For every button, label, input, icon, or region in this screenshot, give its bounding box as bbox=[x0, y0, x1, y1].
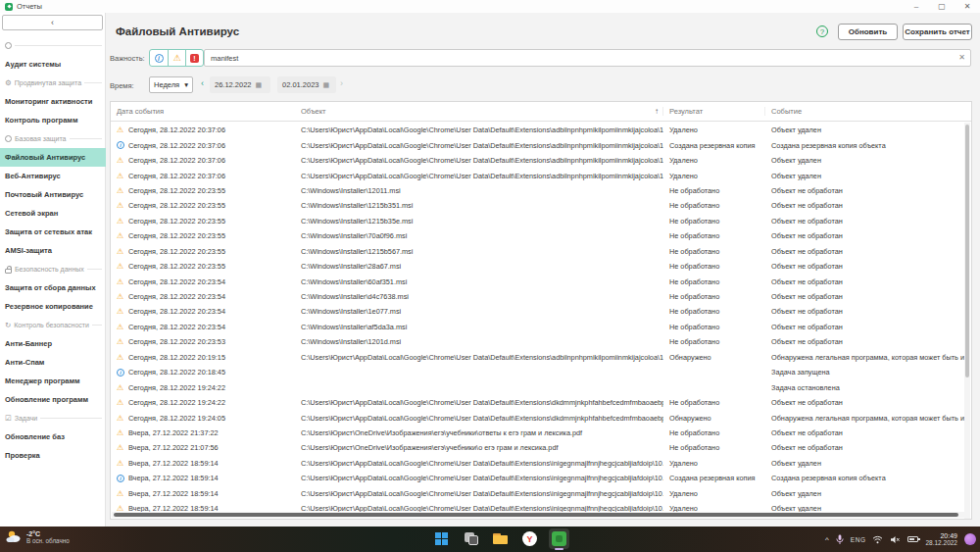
tray-expand-chevron-icon[interactable]: ^ bbox=[825, 535, 829, 544]
importance-filter-group: i ⚠ ! bbox=[149, 49, 204, 67]
weather-temp: -2°C bbox=[26, 530, 70, 537]
table-row[interactable]: ⚠Сегодня, 28.12.2022 20:37:06C:\Users\Юр… bbox=[111, 168, 967, 182]
table-row[interactable]: ⚠Сегодня, 28.12.2022 20:23:54C:\Windows\… bbox=[111, 289, 967, 304]
table-row[interactable]: ⚠Сегодня, 28.12.2022 20:23:55C:\Windows\… bbox=[111, 183, 967, 198]
table-row[interactable]: ⚠Сегодня, 28.12.2022 20:37:06C:\Users\Юр… bbox=[111, 153, 967, 168]
section-label: Продвинутая защита bbox=[15, 79, 81, 86]
sidebar-item-app-control[interactable]: Контроль программ bbox=[0, 111, 106, 129]
vertical-scrollbar[interactable] bbox=[964, 123, 970, 520]
table-row[interactable]: ⚠Сегодня, 28.12.2022 20:23:54C:\Windows\… bbox=[111, 274, 967, 288]
kaspersky-app-button[interactable] bbox=[549, 528, 569, 549]
table-row[interactable]: ⚠Сегодня, 28.12.2022 20:23:54C:\Windows\… bbox=[111, 320, 967, 334]
task-view-button[interactable] bbox=[461, 528, 481, 549]
table-row[interactable]: ⚠Сегодня, 28.12.2022 19:24:22C:\Users\Юр… bbox=[111, 395, 967, 410]
importance-warning-toggle[interactable]: ⚠ bbox=[168, 50, 185, 66]
date-from-field[interactable]: 26.12.2022 ▦ bbox=[210, 76, 270, 93]
table-row[interactable]: ⚠Сегодня, 28.12.2022 20:23:53C:\Windows\… bbox=[111, 334, 967, 349]
vertical-scrollbar-thumb[interactable] bbox=[965, 125, 969, 377]
table-row[interactable]: ⚠Сегодня, 28.12.2022 19:24:22Задача оста… bbox=[111, 379, 967, 394]
sidebar-item-system-audit[interactable]: Аудит системы bbox=[0, 55, 106, 74]
sidebar-item-mail-antivirus[interactable]: Почтовый Антивирус bbox=[0, 185, 106, 204]
sidebar-item-web-antivirus[interactable]: Веб-Антивирус bbox=[0, 167, 106, 185]
event-result: Не обработано bbox=[663, 262, 765, 271]
windows-start-button[interactable] bbox=[431, 528, 452, 549]
table-row[interactable]: ⚠Сегодня, 28.12.2022 20:19:15C:\Users\Юр… bbox=[111, 350, 967, 365]
table-row[interactable]: ⚠Вчера, 27.12.2022 18:59:14C:\Users\Юрис… bbox=[111, 456, 967, 471]
event-date: Сегодня, 28.12.2022 20:23:55 bbox=[128, 262, 301, 271]
table-row[interactable]: ⚠Сегодня, 28.12.2022 20:23:55C:\Windows\… bbox=[111, 198, 967, 213]
clear-search-icon[interactable]: ✕ bbox=[958, 53, 965, 62]
info-icon: i bbox=[111, 475, 128, 482]
table-row[interactable]: ⚠Сегодня, 28.12.2022 20:23:55C:\Windows\… bbox=[111, 214, 967, 228]
table-row[interactable]: iВчера, 27.12.2022 18:59:14C:\Users\Юрис… bbox=[111, 471, 967, 485]
column-header-event[interactable]: Событие bbox=[765, 107, 971, 116]
close-button[interactable]: ✕ bbox=[955, 0, 980, 13]
taskbar-clock[interactable]: 20:49 28.12.2022 bbox=[925, 532, 957, 546]
yandex-browser-button[interactable]: Y bbox=[519, 528, 540, 549]
weather-widget[interactable]: -2°C В осн. облачно bbox=[6, 529, 70, 544]
importance-critical-toggle[interactable]: ! bbox=[185, 50, 203, 66]
event-object: C:\Windows\Installer\1215b351.msi bbox=[301, 201, 663, 210]
table-row[interactable]: iСегодня, 28.12.2022 20:18:45Задача запу… bbox=[111, 365, 967, 379]
sidebar-item-label: Анти-Баннер bbox=[5, 339, 52, 348]
table-row[interactable]: iСегодня, 28.12.2022 20:37:06C:\Users\Юр… bbox=[111, 137, 967, 152]
column-header-date[interactable]: Дата события bbox=[111, 107, 301, 116]
microphone-icon[interactable] bbox=[836, 534, 844, 545]
importance-info-toggle[interactable]: i bbox=[150, 50, 168, 66]
search-input[interactable] bbox=[205, 50, 970, 66]
table-row[interactable]: ⚠Сегодня, 28.12.2022 20:23:54C:\Windows\… bbox=[111, 304, 967, 319]
next-period-arrow[interactable]: › bbox=[340, 78, 343, 88]
event-description: Задача остановлена bbox=[765, 383, 967, 392]
sidebar-item-app-updater[interactable]: Обновление программ bbox=[0, 390, 106, 409]
event-date: Сегодня, 28.12.2022 20:23:55 bbox=[128, 186, 301, 195]
sidebar-item-amsi-protection[interactable]: AMSI-защита bbox=[0, 241, 106, 260]
calendar-icon: ▦ bbox=[256, 81, 263, 89]
column-header-object[interactable]: Объект ↑ bbox=[301, 107, 663, 116]
file-explorer-button[interactable] bbox=[490, 528, 511, 549]
battery-icon[interactable] bbox=[907, 536, 918, 542]
sidebar-item-db-update[interactable]: Обновление баз bbox=[0, 427, 106, 446]
table-row[interactable]: ⚠Сегодня, 28.12.2022 20:37:06C:\Users\Юр… bbox=[111, 123, 967, 137]
sidebar-item-app-manager[interactable]: Менеджер программ bbox=[0, 372, 106, 390]
horizontal-scrollbar-thumb[interactable] bbox=[114, 513, 958, 517]
event-object: C:\Users\Юрист\AppData\Local\Google\Chro… bbox=[301, 398, 663, 407]
sidebar-item-scan[interactable]: Проверка bbox=[0, 446, 106, 465]
table-row[interactable]: ⚠Сегодня, 28.12.2022 20:23:55C:\Windows\… bbox=[111, 259, 967, 274]
table-row[interactable]: ⚠Сегодня, 28.12.2022 19:24:05C:\Users\Юр… bbox=[111, 410, 967, 425]
event-date: Сегодня, 28.12.2022 20:23:55 bbox=[128, 201, 301, 210]
sidebar-item-file-antivirus[interactable]: Файловый Антивирус bbox=[0, 148, 106, 167]
sidebar-item-network-attack-protection[interactable]: Защита от сетевых атак bbox=[0, 223, 106, 241]
table-row[interactable]: ⚠Вчера, 27.12.2022 21:37:22C:\Users\Юрис… bbox=[111, 426, 967, 440]
table-row[interactable]: ⚠Сегодня, 28.12.2022 20:23:55C:\Windows\… bbox=[111, 244, 967, 259]
language-indicator[interactable]: ENG bbox=[851, 536, 866, 543]
save-report-button[interactable]: Сохранить отчет bbox=[903, 24, 972, 40]
notification-badge[interactable] bbox=[964, 533, 976, 545]
prev-period-arrow[interactable]: ‹ bbox=[201, 78, 204, 88]
horizontal-scrollbar[interactable] bbox=[112, 512, 966, 518]
sidebar-item-anti-spam[interactable]: Анти-Спам bbox=[0, 353, 106, 372]
wifi-icon[interactable] bbox=[872, 535, 883, 544]
back-button[interactable]: ‹ bbox=[2, 15, 103, 30]
table-row[interactable]: ⚠Вчера, 27.12.2022 21:07:56C:\Users\Юрис… bbox=[111, 440, 967, 455]
sidebar-item-activity-monitoring[interactable]: Мониторинг активности bbox=[0, 92, 106, 111]
event-object: C:\Users\Юрист\AppData\Local\Google\Chro… bbox=[301, 141, 663, 150]
maximize-button[interactable]: ▢ bbox=[929, 0, 955, 13]
sidebar-item-firewall[interactable]: Сетевой экран bbox=[0, 204, 106, 223]
speaker-icon[interactable] bbox=[890, 535, 901, 544]
date-to-field[interactable]: 02.01.2023 ▦ bbox=[277, 76, 336, 93]
minimize-button[interactable]: – bbox=[904, 0, 929, 13]
sidebar-item-anti-banner[interactable]: Анти-Баннер bbox=[0, 334, 106, 353]
table-row[interactable]: ⚠Вчера, 27.12.2022 18:59:14C:\Users\Юрис… bbox=[111, 486, 967, 501]
warning-icon: ⚠ bbox=[172, 54, 180, 63]
help-icon[interactable]: ? bbox=[816, 25, 828, 37]
chevron-down-icon: ▾ bbox=[184, 80, 188, 89]
event-result: Удалено bbox=[663, 459, 765, 468]
period-dropdown[interactable]: Неделя ▾ bbox=[149, 76, 193, 93]
sidebar-item-data-collection-protection[interactable]: Защита от сбора данных bbox=[0, 278, 106, 297]
column-header-result[interactable]: Результат bbox=[663, 107, 765, 116]
refresh-button[interactable]: Обновить bbox=[838, 24, 898, 40]
importance-label: Важность: bbox=[110, 54, 145, 63]
sidebar-item-backup[interactable]: Резервное копирование bbox=[0, 297, 106, 316]
warning-icon: ⚠ bbox=[111, 201, 128, 210]
table-row[interactable]: ⚠Сегодня, 28.12.2022 20:23:55C:\Windows\… bbox=[111, 228, 967, 243]
